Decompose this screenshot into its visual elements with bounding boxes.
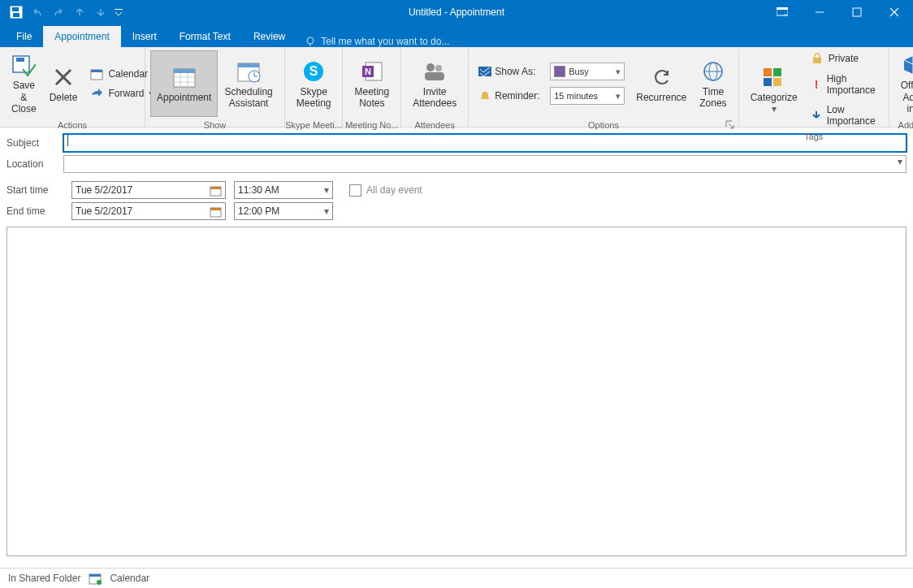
- showas-icon: [478, 65, 491, 78]
- group-show: Appointment Scheduling Assistant Show: [145, 47, 285, 127]
- maximize-button[interactable]: [838, 0, 876, 24]
- globe-icon: [703, 58, 724, 84]
- end-date-input[interactable]: Tue 5/2/2017: [71, 202, 226, 220]
- start-time-input[interactable]: 11:30 AM ▾: [234, 181, 333, 199]
- tab-format-text[interactable]: Format Text: [168, 26, 242, 47]
- ribbon: Save & Close Delete Calendar: [0, 47, 913, 128]
- svg-rect-41: [813, 58, 821, 63]
- status-folder-label: In Shared Folder: [8, 573, 80, 584]
- showas-combo[interactable]: Busy ▾: [550, 63, 625, 80]
- qat-customize-icon[interactable]: [112, 2, 125, 22]
- tell-me-search[interactable]: Tell me what you want to do...: [296, 36, 457, 47]
- categorize-button[interactable]: Categorize ▾: [744, 56, 804, 123]
- status-calendar-label[interactable]: Calendar: [110, 573, 149, 584]
- skype-icon: S: [302, 58, 325, 84]
- high-importance-button[interactable]: ! High Importance: [807, 71, 881, 97]
- tell-me-placeholder: Tell me what you want to do...: [321, 36, 449, 47]
- chevron-down-icon: ▾: [604, 67, 621, 77]
- recurrence-icon: [650, 64, 673, 90]
- save-close-icon: [11, 52, 36, 78]
- recurrence-button[interactable]: Recurrence: [630, 50, 693, 117]
- svg-text:N: N: [365, 67, 371, 76]
- svg-rect-5: [777, 7, 788, 10]
- reminder-label: Reminder:: [495, 90, 547, 102]
- invite-attendees-button[interactable]: Invite Attendees: [406, 50, 463, 117]
- reminder-combo[interactable]: 15 minutes ▾: [550, 87, 625, 105]
- start-date-input[interactable]: Tue 5/2/2017: [71, 181, 226, 199]
- svg-rect-1: [12, 7, 19, 11]
- group-label-show: Show: [145, 120, 284, 132]
- prev-item-icon[interactable]: [70, 2, 89, 22]
- group-tags: Categorize ▾ Private ! High Importance L…: [739, 47, 889, 127]
- end-time-input[interactable]: 12:00 PM ▾: [234, 202, 333, 220]
- ribbon-tabs: File Appointment Insert Format Text Revi…: [0, 24, 913, 47]
- attendees-icon: [422, 58, 447, 84]
- svg-rect-32: [425, 72, 444, 80]
- all-day-checkbox[interactable]: All day event: [349, 184, 422, 197]
- showas-label: Show As:: [495, 66, 547, 77]
- svg-text:!: !: [814, 79, 818, 90]
- group-label-options: Options: [469, 120, 738, 132]
- time-zones-button[interactable]: Time Zones: [693, 50, 733, 117]
- group-attendees: Invite Attendees Attendees: [401, 47, 469, 127]
- calendar-picker-icon[interactable]: [210, 184, 222, 197]
- group-actions: Save & Close Delete Calendar: [0, 47, 145, 127]
- calendar-icon: [90, 67, 103, 80]
- svg-rect-39: [764, 78, 772, 86]
- tab-file[interactable]: File: [5, 26, 43, 47]
- office-addins-button[interactable]: Office Add-ins: [894, 50, 913, 117]
- redo-icon[interactable]: [49, 2, 68, 22]
- tab-insert[interactable]: Insert: [121, 26, 168, 47]
- group-label-addins: Add-ins: [889, 120, 913, 132]
- meeting-notes-button[interactable]: N Meeting Notes: [348, 50, 396, 117]
- appointment-body-textarea[interactable]: [6, 227, 907, 556]
- high-importance-icon: !: [811, 78, 822, 91]
- minimize-button[interactable]: [801, 0, 838, 24]
- lock-icon: [811, 52, 824, 65]
- chevron-down-icon[interactable]: ▾: [898, 156, 902, 172]
- low-importance-button[interactable]: Low Importance: [807, 102, 881, 128]
- title-bar: Untitled - Appointment: [0, 0, 913, 24]
- scheduling-icon: [236, 58, 261, 84]
- tab-appointment[interactable]: Appointment: [43, 26, 120, 47]
- save-icon[interactable]: [6, 2, 26, 22]
- scheduling-assistant-button[interactable]: Scheduling Assistant: [218, 50, 279, 117]
- group-label-skype: Skype Meeti...: [285, 120, 343, 132]
- group-addins: Office Add-ins Add-ins: [889, 47, 913, 127]
- checkbox-icon: [349, 184, 361, 197]
- delete-button[interactable]: Delete: [43, 50, 84, 117]
- appointment-view-button[interactable]: Appointment: [150, 50, 218, 117]
- svg-point-49: [97, 580, 102, 585]
- lightbulb-icon: [305, 36, 316, 47]
- svg-rect-2: [13, 13, 19, 17]
- next-item-icon[interactable]: [91, 2, 110, 22]
- group-options: Show As: Busy ▾ Reminder: 15 minutes ▾: [469, 47, 738, 127]
- location-input[interactable]: ▾: [63, 155, 907, 173]
- skype-meeting-button[interactable]: S Skype Meeting: [290, 50, 338, 117]
- svg-rect-48: [89, 574, 101, 577]
- ribbon-display-options-icon[interactable]: [764, 0, 801, 24]
- svg-rect-21: [238, 63, 259, 67]
- low-importance-icon: [811, 109, 822, 122]
- save-and-close-button[interactable]: Save & Close: [5, 50, 43, 117]
- start-time-label: Start time: [6, 184, 63, 196]
- end-time-label: End time: [6, 205, 63, 217]
- delete-icon: [53, 64, 74, 90]
- busy-swatch-icon: [554, 66, 565, 77]
- svg-rect-46: [210, 208, 221, 210]
- chevron-down-icon: ▾: [772, 103, 777, 115]
- svg-rect-37: [764, 68, 772, 76]
- svg-rect-38: [773, 68, 781, 76]
- subject-label: Subject: [6, 137, 63, 149]
- appointment-form: Subject Location ▾ Start time Tue 5/2/20…: [0, 128, 913, 556]
- close-button[interactable]: [876, 0, 913, 24]
- location-label: Location: [6, 158, 63, 170]
- svg-point-8: [307, 37, 314, 44]
- undo-icon[interactable]: [28, 2, 47, 22]
- private-button[interactable]: Private: [807, 50, 881, 67]
- dialog-launcher-icon[interactable]: [725, 120, 735, 130]
- tab-review[interactable]: Review: [242, 26, 296, 47]
- group-label-notes: Meeting No...: [343, 120, 400, 132]
- window-controls: [764, 0, 913, 24]
- calendar-picker-icon[interactable]: [210, 205, 222, 218]
